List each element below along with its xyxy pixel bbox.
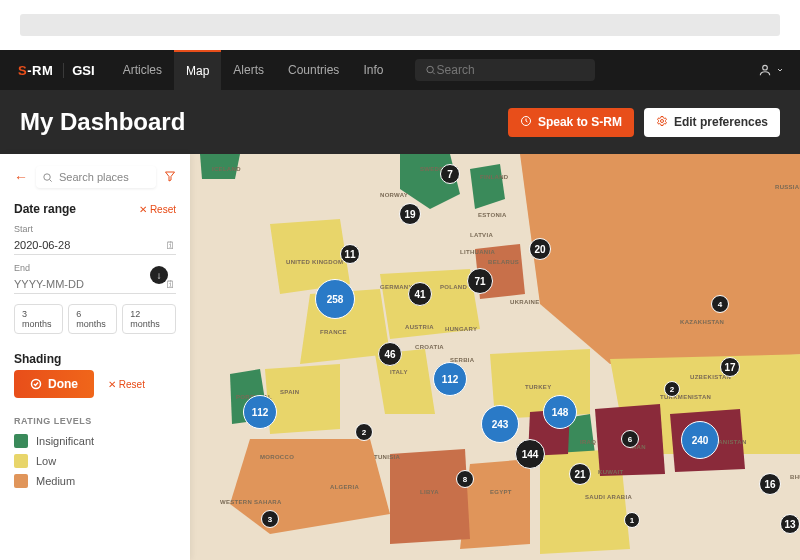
- map-bubble[interactable]: 11: [340, 244, 360, 264]
- country-label: FINLAND: [480, 174, 508, 180]
- map-bubble[interactable]: 19: [399, 203, 421, 225]
- country-label: CROATIA: [415, 344, 444, 350]
- global-search[interactable]: [415, 59, 595, 81]
- country-label: HUNGARY: [445, 326, 477, 332]
- country-label: NORWAY: [380, 192, 408, 198]
- country-label: ITALY: [390, 369, 408, 375]
- map-bubble[interactable]: 7: [440, 164, 460, 184]
- country-label: IRAQ: [580, 439, 596, 445]
- country-label: UNITED KINGDOM: [286, 259, 343, 265]
- quick-range-chip[interactable]: 12 months: [122, 304, 176, 334]
- chevron-down-icon: [776, 66, 784, 74]
- start-date-input[interactable]: 🗓: [14, 236, 176, 255]
- quick-range-chip[interactable]: 6 months: [68, 304, 117, 334]
- svg-point-5: [44, 173, 50, 179]
- country-label: SPAIN: [280, 389, 299, 395]
- edit-preferences-button[interactable]: Edit preferences: [644, 108, 780, 137]
- country-label: TUNISIA: [374, 454, 400, 460]
- map-bubble[interactable]: 17: [720, 357, 740, 377]
- map-bubble[interactable]: 46: [378, 342, 402, 366]
- clock-icon: [520, 115, 532, 130]
- legend-swatch: [14, 434, 28, 448]
- shading-reset-link[interactable]: ✕ Reset: [108, 379, 145, 390]
- shading-title: Shading: [14, 352, 176, 366]
- map-bubble[interactable]: 20: [529, 238, 551, 260]
- page-title: My Dashboard: [20, 108, 185, 136]
- legend-title: RATING LEVELS: [14, 416, 176, 426]
- user-icon: [758, 63, 772, 77]
- top-nav: S-RM GSI ArticlesMapAlertsCountriesInfo: [0, 50, 800, 90]
- start-label: Start: [14, 224, 176, 234]
- map-bubble[interactable]: 112: [433, 362, 467, 396]
- swap-dates-button[interactable]: ↓: [150, 266, 168, 284]
- country-label: WESTERN SAHARA: [220, 499, 282, 505]
- search-input[interactable]: [437, 63, 586, 77]
- map-bubble[interactable]: 2: [664, 381, 680, 397]
- country-label: LIBYA: [420, 489, 439, 495]
- svg-point-4: [660, 119, 663, 122]
- country-label: LATVIA: [470, 232, 493, 238]
- nav-item-countries[interactable]: Countries: [276, 50, 351, 90]
- country-label: KUWAIT: [598, 469, 623, 475]
- map-bubble[interactable]: 258: [315, 279, 355, 319]
- nav-item-alerts[interactable]: Alerts: [221, 50, 276, 90]
- logo-primary: S-RM: [12, 63, 59, 78]
- country-label: UKRAINE: [510, 299, 539, 305]
- map-bubble[interactable]: 41: [408, 282, 432, 306]
- country-label: ESTONIA: [478, 212, 507, 218]
- search-places-input[interactable]: Search places: [36, 166, 156, 188]
- map-bubble[interactable]: 148: [543, 395, 577, 429]
- country-label: POLAND: [440, 284, 467, 290]
- map-bubble[interactable]: 2: [355, 423, 373, 441]
- user-menu[interactable]: [754, 63, 788, 77]
- svg-point-0: [427, 66, 434, 73]
- legend-swatch: [14, 454, 28, 468]
- quick-range-chip[interactable]: 3 months: [14, 304, 63, 334]
- logo-secondary: GSI: [63, 63, 102, 78]
- url-bar[interactable]: [20, 14, 780, 36]
- date-reset-link[interactable]: ✕ Reset: [139, 204, 176, 215]
- map-bubble[interactable]: 243: [481, 405, 519, 443]
- nav-item-map[interactable]: Map: [174, 50, 221, 90]
- country-label: FRANCE: [320, 329, 347, 335]
- title-bar: My Dashboard Speak to S-RM Edit preferen…: [0, 90, 800, 154]
- nav-item-info[interactable]: Info: [351, 50, 395, 90]
- country-label: TURKEY: [525, 384, 551, 390]
- calendar-icon: 🗓: [165, 239, 176, 251]
- map-canvas[interactable]: ICELANDSWEDENFINLANDNORWAYESTONIALATVIAB…: [190, 154, 800, 560]
- sidebar: ← Search places Date range ✕ Reset Start…: [0, 154, 190, 560]
- legend-item: Medium: [14, 474, 176, 488]
- filter-icon[interactable]: [164, 170, 176, 185]
- map-bubble[interactable]: 21: [569, 463, 591, 485]
- speak-button[interactable]: Speak to S-RM: [508, 108, 634, 137]
- svg-line-1: [433, 72, 435, 74]
- country-label: BHUTAN: [790, 474, 800, 480]
- legend-swatch: [14, 474, 28, 488]
- legend-item: Insignificant: [14, 434, 176, 448]
- map-bubble[interactable]: 144: [515, 439, 545, 469]
- country-label: ICELAND: [212, 166, 241, 172]
- svg-marker-7: [166, 172, 175, 181]
- map-bubble[interactable]: 71: [467, 268, 493, 294]
- map-bubble[interactable]: 16: [759, 473, 781, 495]
- search-icon: [425, 64, 436, 76]
- date-range-title: Date range ✕ Reset: [14, 202, 176, 216]
- gear-icon: [656, 115, 668, 130]
- map-bubble[interactable]: 8: [456, 470, 474, 488]
- back-arrow-icon[interactable]: ←: [14, 169, 28, 185]
- nav-item-articles[interactable]: Articles: [111, 50, 174, 90]
- country-label: SAUDI ARABIA: [585, 494, 632, 500]
- svg-point-2: [763, 65, 768, 70]
- map-bubble[interactable]: 13: [780, 514, 800, 534]
- map-bubble[interactable]: 6: [621, 430, 639, 448]
- search-icon: [42, 172, 53, 183]
- map-bubble[interactable]: 112: [243, 395, 277, 429]
- map-bubble[interactable]: 1: [624, 512, 640, 528]
- country-label: ALGERIA: [330, 484, 359, 490]
- map-bubble[interactable]: 3: [261, 510, 279, 528]
- country-label: AUSTRIA: [405, 324, 434, 330]
- map-bubble[interactable]: 240: [681, 421, 719, 459]
- shading-done-button[interactable]: Done: [14, 370, 94, 398]
- country-label: KAZAKHSTAN: [680, 319, 724, 325]
- map-bubble[interactable]: 4: [711, 295, 729, 313]
